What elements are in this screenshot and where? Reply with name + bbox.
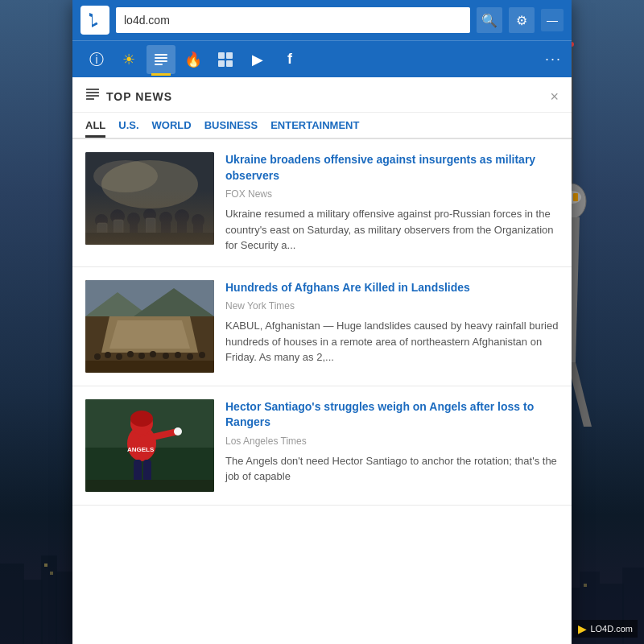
browser-window: lo4d.com 🔍 ⚙ — ⓘ ☀ 🔥 ▶ f [72, 0, 572, 644]
svg-point-69 [175, 352, 181, 358]
svg-rect-1 [0, 564, 24, 644]
watermark: ▶ LO4D.com [573, 620, 638, 638]
svg-rect-21 [573, 193, 578, 201]
news-headline-1[interactable]: Ukraine broadens offensive against insur… [225, 152, 559, 184]
toolbar-info[interactable]: ⓘ [82, 45, 111, 74]
svg-rect-72 [85, 361, 214, 373]
panel-header: TOP NEWS × [72, 77, 572, 113]
news-thumbnail-2 [85, 280, 214, 373]
svg-rect-27 [218, 52, 225, 59]
svg-rect-23 [155, 54, 167, 56]
svg-point-62 [94, 353, 101, 360]
toolbar-images[interactable] [211, 45, 240, 74]
news-item[interactable]: ANGELS Hector Santiago's struggles weigh… [72, 386, 572, 506]
title-bar: lo4d.com 🔍 ⚙ — [72, 0, 572, 40]
svg-text:ANGELS: ANGELS [127, 446, 155, 453]
toolbar-news[interactable] [147, 45, 175, 74]
svg-rect-34 [86, 98, 94, 100]
svg-rect-25 [155, 60, 167, 62]
content-area: TOP NEWS × ALL U.S. WORLD BUSINESS ENTER… [72, 77, 572, 644]
svg-rect-54 [146, 218, 155, 234]
news-list[interactable]: Ukraine broadens offensive against insur… [72, 139, 572, 644]
svg-rect-32 [86, 92, 99, 93]
toolbar-weather[interactable]: ☀ [114, 45, 143, 74]
svg-rect-45 [145, 220, 155, 234]
svg-point-68 [163, 353, 169, 359]
news-source-3: Los Angeles Times [225, 436, 559, 447]
news-source-1: FOX News [225, 188, 559, 200]
close-panel-button[interactable]: × [550, 89, 559, 104]
address-bar[interactable]: lo4d.com [116, 7, 470, 33]
svg-rect-11 [50, 572, 53, 575]
toolbar-trending[interactable]: 🔥 [179, 45, 208, 74]
svg-rect-2 [23, 580, 43, 644]
news-thumbnail-3: ANGELS [85, 399, 214, 492]
news-summary-2: KABUL, Afghanistan — Huge landslides cau… [225, 318, 559, 365]
svg-point-38 [95, 214, 108, 227]
news-content-1: Ukraine broadens offensive against insur… [225, 152, 559, 254]
svg-rect-13 [584, 584, 587, 587]
news-item[interactable]: Hundreds of Afghans Are Killed in Landsl… [72, 267, 572, 386]
svg-point-77 [130, 411, 153, 427]
svg-rect-29 [218, 60, 225, 67]
svg-point-40 [110, 209, 125, 224]
svg-marker-61 [109, 320, 190, 349]
svg-rect-47 [161, 223, 171, 237]
svg-rect-49 [177, 221, 187, 236]
toolbar-more[interactable]: ··· [545, 51, 562, 68]
svg-rect-24 [155, 57, 167, 59]
toolbar-facebook[interactable]: f [275, 45, 304, 74]
svg-rect-43 [130, 224, 138, 237]
tab-entertainment[interactable]: ENTERTAINMENT [270, 119, 359, 138]
svg-rect-52 [97, 223, 107, 237]
svg-rect-26 [155, 64, 163, 65]
category-tabs: ALL U.S. WORLD BUSINESS ENTERTAINMENT [72, 113, 572, 139]
watermark-text: LO4D.com [590, 624, 633, 634]
minimize-button[interactable]: — [541, 9, 564, 31]
svg-point-48 [175, 209, 189, 224]
bing-logo [80, 6, 109, 35]
news-summary-3: The Angels don't need Hector Santiago to… [225, 453, 559, 485]
svg-point-65 [127, 351, 134, 357]
svg-point-70 [187, 353, 193, 360]
svg-rect-55 [85, 233, 214, 245]
svg-rect-28 [226, 52, 233, 59]
tab-world[interactable]: WORLD [152, 119, 192, 138]
svg-point-37 [93, 160, 158, 192]
svg-point-64 [116, 353, 122, 360]
svg-point-67 [150, 351, 156, 357]
watermark-arrow: ▶ [578, 622, 587, 635]
svg-point-79 [174, 427, 182, 436]
svg-rect-83 [85, 480, 214, 492]
news-thumbnail-1 [85, 152, 214, 245]
toolbar-video[interactable]: ▶ [243, 45, 272, 74]
svg-point-44 [143, 208, 156, 221]
svg-point-46 [159, 212, 172, 225]
svg-rect-33 [86, 95, 99, 97]
news-headline-3[interactable]: Hector Santiago's struggles weigh on Ang… [225, 399, 559, 431]
svg-rect-51 [193, 225, 203, 237]
svg-point-50 [192, 214, 204, 227]
svg-point-71 [199, 352, 205, 358]
tab-us[interactable]: U.S. [118, 119, 138, 138]
panel-title: TOP NEWS [106, 90, 550, 103]
tab-all[interactable]: ALL [85, 119, 105, 138]
svg-rect-10 [44, 564, 47, 567]
news-item[interactable]: Ukraine broadens offensive against insur… [72, 139, 572, 267]
settings-button[interactable]: ⚙ [509, 7, 535, 33]
svg-rect-41 [113, 221, 122, 236]
news-headline-2[interactable]: Hundreds of Afghans Are Killed in Landsl… [225, 280, 559, 296]
news-content-3: Hector Santiago's struggles weigh on Ang… [225, 399, 559, 492]
svg-rect-30 [226, 60, 233, 67]
search-button[interactable]: 🔍 [477, 7, 502, 33]
tab-business[interactable]: BUSINESS [204, 119, 258, 138]
news-summary-1: Ukraine resumed a military offensive aga… [225, 206, 559, 254]
svg-rect-39 [97, 225, 105, 237]
toolbar: ⓘ ☀ 🔥 ▶ f ··· [72, 40, 572, 77]
panel-news-icon [85, 87, 100, 105]
news-content-2: Hundreds of Afghans Are Killed in Landsl… [225, 280, 559, 373]
news-source-2: New York Times [225, 300, 559, 312]
svg-rect-31 [86, 89, 99, 90]
svg-point-66 [138, 353, 145, 359]
svg-point-42 [127, 213, 140, 225]
